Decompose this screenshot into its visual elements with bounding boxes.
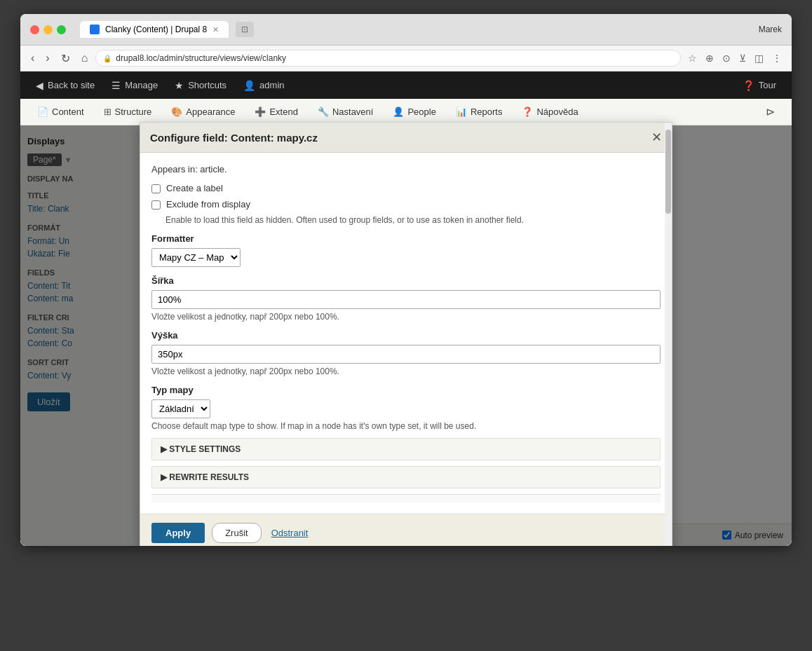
- people-nav-icon: 👤: [393, 107, 404, 117]
- exclude-display-checkbox[interactable]: [151, 200, 161, 210]
- typ-mapy-hint: Choose default map type to show. If map …: [151, 421, 661, 431]
- browser-navbar: ‹ › ↻ ⌂ 🔒 drupal8.loc/admin/structure/vi…: [20, 46, 792, 71]
- browser-titlebar: Clanky (Content) | Drupal 8 ✕ ⊡ Marek: [20, 14, 792, 46]
- sirka-label: Šířka: [151, 275, 661, 286]
- style-settings-label: ▶ STYLE SETTINGS: [161, 444, 241, 454]
- extensions-icon[interactable]: ⊕: [703, 51, 717, 65]
- nav-item-napoveda[interactable]: ❓ Nápověda: [512, 99, 588, 125]
- modal-body: Appears in: article. Create a label Excl…: [140, 153, 672, 514]
- camera-icon[interactable]: ◫: [752, 51, 766, 65]
- exclude-display-row: Exclude from display: [151, 199, 661, 210]
- content-nav-icon: 📄: [37, 107, 48, 117]
- admin-label: admin: [259, 80, 284, 90]
- rewrite-results-header[interactable]: ▶ REWRITE RESULTS: [152, 467, 660, 488]
- nav-expand-icon[interactable]: ⊳: [756, 99, 785, 125]
- admin-user-menu[interactable]: 👤 admin: [235, 71, 292, 99]
- formatter-label: Formatter: [151, 233, 661, 244]
- cancel-button[interactable]: Zrušit: [212, 523, 262, 543]
- new-tab-button[interactable]: ⊡: [236, 22, 254, 37]
- modal-header: Configure field: Content: mapy.cz ✕: [140, 123, 672, 153]
- browser-tab[interactable]: Clanky (Content) | Drupal 8 ✕: [80, 21, 229, 38]
- vyska-input[interactable]: [151, 345, 661, 364]
- nav-right-icon: ⊳: [766, 105, 775, 118]
- tab-title: Clanky (Content) | Drupal 8: [105, 25, 207, 34]
- browser-nav-icons: ☆ ⊕ ⊙ ⊻ ◫ ⋮: [685, 51, 785, 65]
- home-button[interactable]: ⌂: [78, 50, 92, 66]
- create-label-checkbox[interactable]: [151, 184, 161, 193]
- traffic-lights: [30, 25, 66, 34]
- delete-button[interactable]: Odstranit: [271, 528, 309, 538]
- browser-window: Clanky (Content) | Drupal 8 ✕ ⊡ Marek ‹ …: [20, 14, 792, 546]
- modal-close-button[interactable]: ✕: [651, 130, 662, 145]
- nav-appearance-label: Appearance: [186, 107, 235, 117]
- modal-title: Configure field: Content: mapy.cz: [150, 132, 318, 144]
- reports-nav-icon: 📊: [456, 107, 467, 117]
- forward-button[interactable]: ›: [42, 50, 53, 66]
- minimize-button[interactable]: [43, 25, 53, 34]
- typ-mapy-label: Typ mapy: [151, 385, 661, 395]
- rewrite-results-section: ▶ REWRITE RESULTS: [151, 466, 661, 488]
- shortcuts-menu-item[interactable]: ★ Shortcuts: [166, 71, 235, 99]
- sirka-input[interactable]: [151, 290, 661, 309]
- nav-structure-label: Structure: [115, 107, 152, 117]
- nav-item-people[interactable]: 👤 People: [383, 99, 445, 125]
- back-to-site-button[interactable]: ◀ Back to site: [27, 71, 103, 99]
- nav-nastaveni-label: Nastavení: [332, 107, 374, 117]
- sirka-hint: Vložte velikost a jednotky, např 200px n…: [151, 312, 661, 322]
- tab-close-icon[interactable]: ✕: [212, 25, 219, 34]
- address-text: drupal8.loc/admin/structure/views/view/c…: [116, 53, 286, 63]
- scrollbar-thumb[interactable]: [665, 130, 671, 214]
- manage-icon: ☰: [111, 80, 121, 91]
- refresh-button[interactable]: ↻: [57, 50, 74, 67]
- star-shortcuts-icon: ★: [175, 80, 184, 91]
- style-settings-section: ▶ STYLE SETTINGS: [151, 438, 661, 460]
- address-bar[interactable]: 🔒 drupal8.loc/admin/structure/views/view…: [95, 50, 681, 67]
- user-icon: 👤: [243, 80, 255, 91]
- menu-icon[interactable]: ⋮: [769, 51, 785, 65]
- avatar-icon[interactable]: ⊙: [719, 51, 733, 65]
- formatter-select[interactable]: Mapy CZ – Map: [151, 248, 241, 267]
- napoveda-nav-icon: ❓: [522, 107, 533, 117]
- back-arrow-icon: ◀: [36, 80, 43, 91]
- configure-field-modal: Configure field: Content: mapy.cz ✕ Appe…: [140, 122, 672, 546]
- download-icon[interactable]: ⊻: [736, 51, 749, 65]
- modal-overlay: Configure field: Content: mapy.cz ✕ Appe…: [20, 125, 792, 546]
- back-button[interactable]: ‹: [27, 50, 38, 66]
- nav-item-reports[interactable]: 📊 Reports: [446, 99, 513, 125]
- nav-extend-label: Extend: [269, 107, 297, 117]
- back-to-site-label: Back to site: [48, 80, 95, 90]
- maximize-button[interactable]: [57, 25, 66, 34]
- nav-item-nastaveni[interactable]: 🔧 Nastavení: [308, 99, 384, 125]
- tour-button[interactable]: ❓ Tour: [734, 71, 785, 99]
- vyska-hint: Vložte velikost a jednotky, např 200px n…: [151, 366, 661, 376]
- nav-item-content[interactable]: 📄 Content: [27, 99, 94, 125]
- close-button[interactable]: [30, 25, 39, 34]
- rewrite-results-label: ▶ REWRITE RESULTS: [161, 472, 249, 482]
- tab-favicon: [90, 25, 100, 34]
- main-content: Displays Page* ▼ Display na TITLE Title:…: [20, 125, 792, 546]
- drupal-admin-bar: ◀ Back to site ☰ Manage ★ Shortcuts 👤 ad…: [20, 71, 792, 99]
- appearance-nav-icon: 🎨: [171, 107, 182, 117]
- tour-label: Tour: [759, 80, 776, 90]
- vyska-label: Výška: [151, 330, 661, 341]
- nav-content-label: Content: [52, 107, 84, 117]
- lock-icon: 🔒: [103, 55, 111, 62]
- star-icon[interactable]: ☆: [685, 51, 700, 65]
- nav-item-structure[interactable]: ⊞ Structure: [94, 99, 162, 125]
- style-settings-header[interactable]: ▶ STYLE SETTINGS: [152, 439, 660, 460]
- appears-in-text: Appears in: article.: [151, 164, 661, 174]
- exclude-display-label: Exclude from display: [166, 199, 250, 210]
- scrollbar-track[interactable]: [665, 123, 672, 546]
- create-label-row: Create a label: [151, 183, 661, 193]
- nav-item-extend[interactable]: ➕ Extend: [245, 99, 307, 125]
- create-label-label: Create a label: [166, 183, 223, 193]
- modal-footer: Apply Zrušit Odstranit: [140, 514, 672, 546]
- browser-user: Marek: [759, 25, 782, 34]
- manage-menu-item[interactable]: ☰ Manage: [103, 71, 166, 99]
- scroll-indicator: [151, 494, 661, 502]
- typ-mapy-select[interactable]: Základní: [151, 399, 210, 418]
- shortcuts-label: Shortcuts: [188, 80, 226, 90]
- manage-label: Manage: [125, 80, 158, 90]
- nav-item-appearance[interactable]: 🎨 Appearance: [161, 99, 245, 125]
- apply-button[interactable]: Apply: [151, 523, 205, 543]
